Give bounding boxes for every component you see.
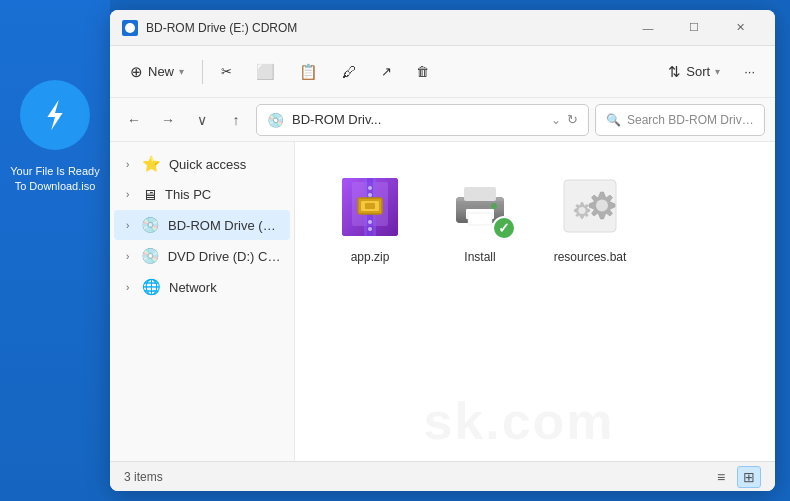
svg-point-11 — [368, 193, 372, 197]
svg-rect-9 — [365, 203, 375, 209]
address-box[interactable]: 💿 BD-ROM Driv... ⌄ ↻ — [256, 104, 589, 136]
svg-point-23 — [578, 207, 585, 214]
svg-point-1 — [125, 23, 135, 33]
view-buttons: ≡ ⊞ — [709, 466, 761, 488]
items-count: 3 items — [124, 470, 709, 484]
left-panel-text: Your File Is Ready To Download.iso — [0, 164, 110, 195]
drive-icon: 💿 — [267, 112, 284, 128]
new-chevron-icon: ▾ — [179, 66, 184, 77]
sidebar: › ⭐ Quick access › 🖥 This PC › 💿 BD-ROM … — [110, 142, 295, 461]
install-icon-wrap: ✓ — [444, 170, 516, 242]
up-button[interactable]: ↑ — [222, 106, 250, 134]
svg-point-10 — [368, 186, 372, 190]
toolbar: ⊕ New ▾ ✂ ⬜ 📋 🖊 ↗ 🗑 ⇅ Sort ▾ — [110, 46, 775, 98]
bat-label: resources.bat — [554, 250, 627, 264]
sort-button[interactable]: ⇅ Sort ▾ — [658, 57, 730, 87]
toolbar-right: ⇅ Sort ▾ ··· — [658, 57, 765, 87]
quick-access-chevron-icon: › — [126, 159, 138, 170]
forward-button[interactable]: → — [154, 106, 182, 134]
sort-icon: ⇅ — [668, 63, 681, 81]
svg-marker-0 — [47, 100, 62, 130]
svg-rect-20 — [456, 201, 504, 207]
lightning-icon-circle — [20, 80, 90, 150]
bd-rom-chevron-icon: › — [126, 220, 137, 231]
sort-chevron-icon: ▾ — [715, 66, 720, 77]
file-item-appzip[interactable]: app.zip — [325, 162, 415, 441]
appzip-label: app.zip — [351, 250, 390, 264]
copy-button[interactable]: ⬜ — [246, 57, 285, 87]
files-grid: app.zip — [325, 162, 745, 441]
bd-rom-label: BD-ROM Drive (E:) C — [168, 218, 282, 233]
file-area: sk.com — [295, 142, 775, 461]
explorer-window: BD-ROM Drive (E:) CDROM — ☐ ✕ ⊕ New ▾ ✂ … — [110, 10, 775, 491]
this-pc-label: This PC — [165, 187, 211, 202]
bat-icon-wrap — [554, 170, 626, 242]
list-view-button[interactable]: ≡ — [709, 466, 733, 488]
cut-button[interactable]: ✂ — [211, 58, 242, 85]
paste-button[interactable]: 📋 — [289, 57, 328, 87]
new-icon: ⊕ — [130, 63, 143, 81]
sort-label: Sort — [686, 64, 710, 79]
dvd-drive-chevron-icon: › — [126, 251, 137, 262]
search-icon: 🔍 — [606, 113, 621, 127]
network-chevron-icon: › — [126, 282, 138, 293]
paste-icon: 📋 — [299, 63, 318, 81]
search-placeholder: Search BD-ROM Drive (E:) CD... — [627, 113, 754, 127]
svg-rect-16 — [464, 187, 496, 201]
new-label: New — [148, 64, 174, 79]
rename-icon: 🖊 — [342, 63, 357, 80]
appzip-icon-wrap — [334, 170, 406, 242]
maximize-button[interactable]: ☐ — [671, 10, 717, 46]
share-button[interactable]: ↗ — [371, 58, 402, 85]
addressbar: ← → ∨ ↑ 💿 BD-ROM Driv... ⌄ ↻ 🔍 Search BD… — [110, 98, 775, 142]
rename-button[interactable]: 🖊 — [332, 57, 367, 86]
file-item-bat[interactable]: resources.bat — [545, 162, 635, 441]
grid-view-button[interactable]: ⊞ — [737, 466, 761, 488]
cut-icon: ✂ — [221, 64, 232, 79]
new-button[interactable]: ⊕ New ▾ — [120, 57, 194, 87]
svg-point-22 — [596, 200, 608, 212]
install-label: Install — [464, 250, 495, 264]
delete-icon: 🗑 — [416, 64, 429, 79]
search-box[interactable]: 🔍 Search BD-ROM Drive (E:) CD... — [595, 104, 765, 136]
share-icon: ↗ — [381, 64, 392, 79]
path-text: BD-ROM Driv... — [292, 112, 545, 127]
close-button[interactable]: ✕ — [717, 10, 763, 46]
svg-point-13 — [368, 227, 372, 231]
toolbar-separator-1 — [202, 60, 203, 84]
sidebar-item-quick-access[interactable]: › ⭐ Quick access — [114, 149, 290, 179]
statusbar: 3 items ≡ ⊞ — [110, 461, 775, 491]
sidebar-item-network[interactable]: › 🌐 Network — [114, 272, 290, 302]
titlebar: BD-ROM Drive (E:) CDROM — ☐ ✕ — [110, 10, 775, 46]
quick-access-label: Quick access — [169, 157, 246, 172]
sidebar-item-this-pc[interactable]: › 🖥 This PC — [114, 180, 290, 209]
minimize-button[interactable]: — — [625, 10, 671, 46]
network-icon: 🌐 — [142, 278, 161, 296]
titlebar-controls: — ☐ ✕ — [625, 10, 763, 46]
svg-rect-18 — [468, 213, 492, 225]
this-pc-chevron-icon: › — [126, 189, 138, 200]
quick-access-icon: ⭐ — [142, 155, 161, 173]
file-item-install[interactable]: ✓ Install — [435, 162, 525, 441]
bd-rom-icon: 💿 — [141, 216, 160, 234]
addr-refresh-icon[interactable]: ↻ — [567, 112, 578, 127]
back-button[interactable]: ← — [120, 106, 148, 134]
dvd-drive-icon: 💿 — [141, 247, 160, 265]
addr-chevron-icon: ⌄ — [551, 113, 561, 127]
left-panel: Your File Is Ready To Download.iso — [0, 0, 110, 501]
more-icon: ··· — [744, 64, 755, 79]
dvd-drive-label: DVD Drive (D:) CCCC — [168, 249, 282, 264]
titlebar-icon — [122, 20, 138, 36]
more-button[interactable]: ··· — [734, 58, 765, 85]
recent-button[interactable]: ∨ — [188, 106, 216, 134]
network-label: Network — [169, 280, 217, 295]
this-pc-icon: 🖥 — [142, 186, 157, 203]
content-area: › ⭐ Quick access › 🖥 This PC › 💿 BD-ROM … — [110, 142, 775, 461]
install-check-badge: ✓ — [492, 216, 516, 240]
delete-button[interactable]: 🗑 — [406, 58, 439, 85]
sidebar-item-dvd-drive[interactable]: › 💿 DVD Drive (D:) CCCC — [114, 241, 290, 271]
copy-icon: ⬜ — [256, 63, 275, 81]
svg-point-12 — [368, 220, 372, 224]
titlebar-title: BD-ROM Drive (E:) CDROM — [146, 21, 625, 35]
sidebar-item-bd-rom[interactable]: › 💿 BD-ROM Drive (E:) C — [114, 210, 290, 240]
